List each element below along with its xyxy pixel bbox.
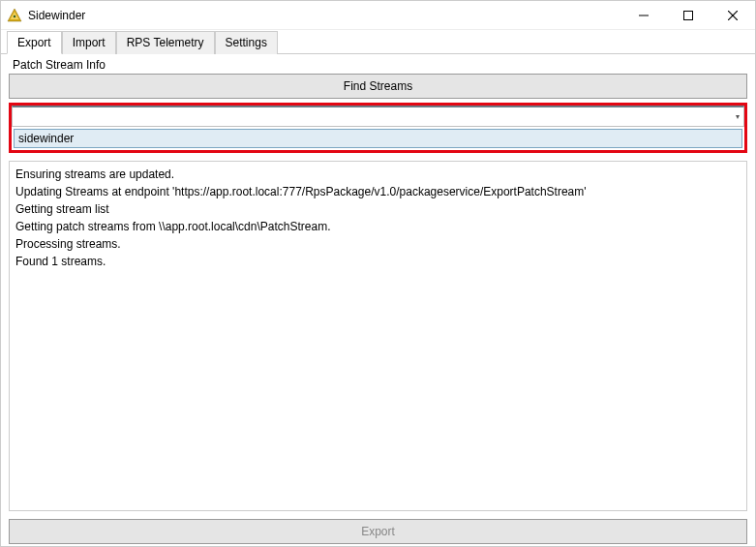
group-label: Patch Stream Info [9, 58, 747, 72]
log-output: Ensuring streams are updated. Updating S… [9, 161, 747, 511]
titlebar: Sidewinder [1, 1, 755, 30]
patch-stream-group: Patch Stream Info Find Streams ▾ sidewin… [9, 58, 747, 153]
tab-settings[interactable]: Settings [215, 31, 278, 54]
tab-export[interactable]: Export [7, 31, 62, 54]
log-line: Ensuring streams are updated. [15, 166, 741, 183]
export-button[interactable]: Export [9, 519, 747, 544]
log-line: Processing streams. [15, 235, 741, 253]
log-line: Getting patch streams from \\app.root.lo… [15, 218, 741, 235]
close-button[interactable] [711, 1, 755, 29]
log-line: Getting stream list [15, 200, 741, 218]
window-controls [621, 1, 755, 29]
maximize-button[interactable] [666, 1, 711, 29]
window-title: Sidewinder [28, 9, 621, 22]
tab-rps-telemetry[interactable]: RPS Telemetry [116, 31, 215, 54]
stream-selector-highlight: ▾ sidewinder [9, 103, 747, 153]
stream-dropdown[interactable]: ▾ [12, 106, 744, 127]
app-icon [7, 8, 22, 23]
tab-strip: Export Import RPS Telemetry Settings [1, 30, 755, 54]
find-streams-button[interactable]: Find Streams [9, 74, 747, 99]
svg-point-2 [14, 15, 15, 16]
minimize-button[interactable] [621, 1, 666, 29]
tab-import[interactable]: Import [62, 31, 116, 54]
log-line: Updating Streams at endpoint 'https://ap… [15, 183, 741, 200]
chevron-down-icon: ▾ [736, 112, 740, 121]
svg-rect-4 [684, 11, 693, 19]
selected-stream-item[interactable]: sidewinder [14, 129, 742, 148]
log-line: Found 1 streams. [15, 253, 741, 270]
